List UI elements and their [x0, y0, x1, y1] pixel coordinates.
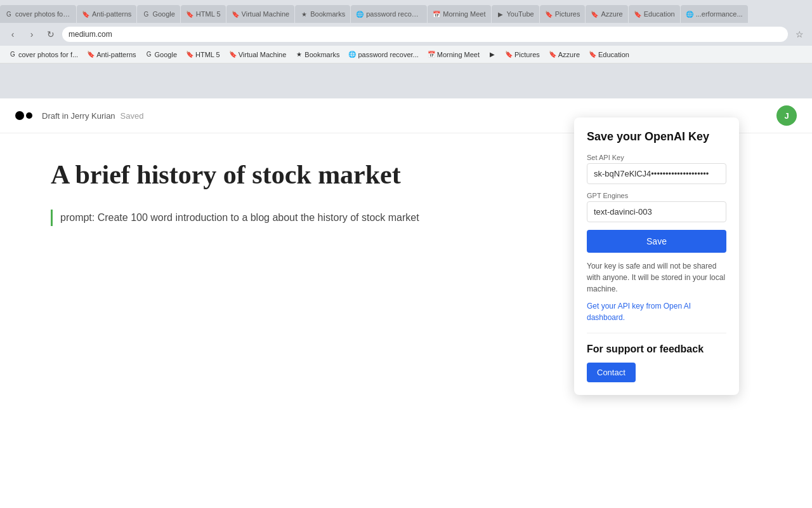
- bookmark-label-6: Bookmarks: [304, 51, 339, 58]
- tab-label-8: Morning Meet: [443, 10, 485, 18]
- tab-morning-meet[interactable]: 📅 Morning Meet: [428, 5, 490, 23]
- tab-anti-patterns[interactable]: 🔖 Anti-patterns: [77, 5, 136, 23]
- tab-favicon-7: 🌐: [356, 10, 363, 18]
- tab-pictures[interactable]: 🔖 Pictures: [540, 5, 586, 23]
- bookmark-label-5: Virtual Machine: [239, 51, 287, 58]
- tab-label-12: Education: [644, 10, 675, 18]
- gpt-engines-group: GPT Engines: [587, 192, 726, 222]
- bookmark-label-3: Google: [155, 51, 177, 58]
- browser-chrome: G cover photos for f... 🔖 Anti-patterns …: [0, 0, 812, 98]
- bookmark-label-1: cover photos for f...: [18, 51, 78, 58]
- bookmark-pictures[interactable]: 🔖 Pictures: [501, 50, 544, 60]
- tab-label-6: Bookmarks: [310, 10, 345, 18]
- bookmark-label-4: HTML 5: [195, 51, 220, 58]
- refresh-button[interactable]: ↻: [43, 27, 58, 42]
- article-title: A brief history of stock market: [51, 159, 520, 190]
- bookmark-html5[interactable]: 🔖 HTML 5: [182, 50, 224, 60]
- bookmark-favicon-5: 🔖: [229, 51, 237, 58]
- tab-virtual-machine[interactable]: 🔖 Virtual Machine: [226, 5, 295, 23]
- bookmark-favicon-9: ▶: [488, 51, 496, 58]
- save-button[interactable]: Save: [587, 230, 726, 253]
- tab-azzure[interactable]: 🔖 Azzure: [586, 5, 627, 23]
- bookmark-favicon-10: 🔖: [505, 51, 513, 58]
- tab-performance[interactable]: 🌐 ...erformance...: [681, 5, 748, 23]
- tab-label-2: Anti-patterns: [92, 10, 131, 18]
- divider: [587, 333, 726, 333]
- privacy-text: Your key is safe and will not be shared …: [587, 260, 726, 295]
- bookmark-google[interactable]: G Google: [141, 50, 181, 60]
- bookmark-favicon-2: 🔖: [87, 51, 95, 58]
- bookmark-anti-patterns[interactable]: 🔖 Anti-patterns: [83, 50, 140, 60]
- tab-html5[interactable]: 🔖 HTML 5: [181, 5, 226, 23]
- bookmark-cover-photos[interactable]: G cover photos for f...: [5, 50, 82, 60]
- medium-header-right: J: [776, 105, 797, 126]
- tab-favicon-1: G: [5, 10, 13, 18]
- tab-favicon-13: 🌐: [686, 10, 693, 18]
- bookmark-button[interactable]: ☆: [792, 27, 807, 42]
- api-key-label: Set API Key: [587, 154, 726, 161]
- tab-favicon-4: 🔖: [186, 10, 193, 18]
- bookmark-favicon-11: 🔖: [549, 51, 556, 58]
- avatar[interactable]: J: [776, 105, 797, 126]
- tab-label-10: Pictures: [555, 10, 580, 18]
- tab-favicon-8: 📅: [433, 10, 440, 18]
- tab-favicon-12: 🔖: [634, 10, 641, 18]
- bookmark-favicon-6: ★: [295, 51, 303, 58]
- tab-favicon-2: 🔖: [82, 10, 89, 18]
- bookmark-favicon-7: 🌐: [348, 51, 356, 58]
- tab-favicon-10: 🔖: [545, 10, 553, 18]
- privacy-link[interactable]: Get your API key from Open AI dashboard.: [587, 302, 691, 322]
- tab-label-4: HTML 5: [196, 10, 221, 18]
- tab-label-3: Google: [152, 10, 174, 18]
- bookmark-label-2: Anti-patterns: [96, 51, 136, 58]
- bookmark-education[interactable]: 🔖 Education: [585, 50, 633, 60]
- tab-bar: G cover photos for f... 🔖 Anti-patterns …: [0, 0, 812, 23]
- bookmark-virtual-machine[interactable]: 🔖 Virtual Machine: [225, 50, 291, 60]
- api-key-group: Set API Key: [587, 154, 726, 184]
- bookmark-label-11: Azzure: [558, 51, 580, 58]
- tab-youtube[interactable]: ▶ YouTube: [492, 5, 539, 23]
- tab-education[interactable]: 🔖 Education: [629, 5, 680, 23]
- tab-label-1: cover photos for f...: [15, 10, 71, 18]
- tab-google[interactable]: G Google: [137, 5, 180, 23]
- tab-password[interactable]: 🌐 password recover...: [351, 5, 427, 23]
- medium-logo: [15, 110, 34, 121]
- bookmark-favicon-12: 🔖: [589, 51, 596, 58]
- bookmark-favicon-4: 🔖: [186, 51, 193, 58]
- tab-favicon-11: 🔖: [591, 10, 598, 18]
- article-prompt: prompt: Create 100 word introduction to …: [51, 210, 520, 226]
- bookmark-label-7: password recover...: [358, 51, 418, 58]
- article-area: A brief history of stock market prompt: …: [0, 133, 571, 251]
- bookmarks-bar: G cover photos for f... 🔖 Anti-patterns …: [0, 46, 812, 64]
- tab-favicon-5: 🔖: [232, 10, 239, 18]
- back-button[interactable]: ‹: [5, 27, 20, 42]
- tab-label-13: ...erformance...: [696, 10, 743, 18]
- api-key-input[interactable]: [587, 163, 726, 184]
- medium-saved-label: Saved: [121, 111, 144, 121]
- bookmark-bookmarks-star[interactable]: ★ Bookmarks: [291, 50, 343, 60]
- bookmark-label-10: Pictures: [514, 51, 540, 58]
- tab-label-11: Azzure: [601, 10, 622, 18]
- bookmark-azzure[interactable]: 🔖 Azzure: [545, 50, 584, 60]
- address-bar: ‹ › ↻ ☆: [0, 23, 812, 46]
- tab-bookmarks[interactable]: ★ Bookmarks: [295, 5, 350, 23]
- bookmark-morning-meet[interactable]: 📅 Morning Meet: [424, 50, 483, 60]
- gpt-engines-label: GPT Engines: [587, 192, 726, 199]
- gpt-engines-input[interactable]: [587, 201, 726, 222]
- bookmark-favicon-1: G: [9, 51, 16, 58]
- medium-logo-icon: [15, 110, 34, 121]
- tab-cover-photos[interactable]: G cover photos for f...: [0, 5, 76, 23]
- logo-circle-small: [26, 112, 32, 119]
- tab-favicon-3: G: [142, 10, 150, 18]
- address-input[interactable]: [62, 27, 788, 42]
- openai-key-popup: Save your OpenAI Key Set API Key GPT Eng…: [574, 117, 739, 395]
- contact-button[interactable]: Contact: [587, 363, 636, 382]
- bookmark-label-8: Morning Meet: [437, 51, 480, 58]
- logo-circle-large: [15, 111, 24, 120]
- bookmark-youtube[interactable]: ▶: [485, 50, 500, 60]
- forward-button[interactable]: ›: [24, 27, 39, 42]
- bookmark-favicon-3: G: [145, 51, 153, 58]
- tab-favicon-9: ▶: [497, 10, 504, 18]
- bookmark-password[interactable]: 🌐 password recover...: [344, 50, 422, 60]
- medium-draft-info: Draft in Jerry Kurian: [42, 111, 115, 121]
